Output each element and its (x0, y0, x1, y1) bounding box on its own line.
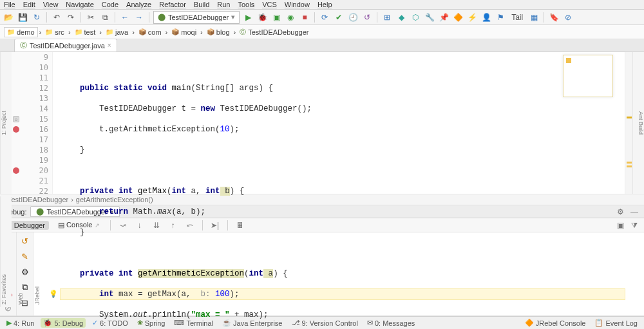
filter-icon[interactable]: ⧩ (629, 220, 640, 231)
copy-icon[interactable]: ⧉ (99, 12, 111, 23)
line-number-gutter[interactable]: 9 10 11 12 13 14 15 16 17 18 19 20 21 22 (21, 52, 53, 194)
tool-run[interactable]: ▶4: Run (4, 318, 37, 328)
cut-icon[interactable]: ✂ (85, 12, 97, 23)
tool-web[interactable]: Web (17, 199, 24, 305)
redo-icon[interactable]: ↷ (65, 12, 77, 23)
crumb-java[interactable]: 📁java (103, 28, 131, 37)
menu-view[interactable]: View (43, 1, 59, 8)
debug-icon[interactable]: 🐞 (256, 12, 268, 23)
breakpoint-icon[interactable] (13, 126, 19, 133)
menu-analyze[interactable]: Analyze (126, 1, 151, 8)
crumb-class[interactable]: ⒸTestIDEADebugger (237, 27, 311, 37)
tool-favorites[interactable]: 2: Favorites (1, 199, 7, 305)
grid-icon[interactable]: ▦ (528, 12, 540, 23)
left-tool-stripe[interactable]: 1: Project 7: Structure (0, 52, 12, 194)
minimize-icon[interactable]: — (629, 206, 640, 218)
code-area[interactable]: public static void main(String[] args) {… (53, 52, 625, 194)
code-minimap[interactable] (563, 55, 613, 97)
intention-bulb-icon[interactable]: 💡 (49, 289, 58, 299)
jrebel-icon[interactable]: 🔶 (452, 12, 464, 23)
run-config-label: TestIDEADebugger (168, 14, 229, 21)
wrench-icon[interactable]: 🔧 (424, 12, 435, 23)
tool-jrebel-side[interactable]: JRebel (34, 199, 41, 305)
bookmark-icon[interactable]: 🔖 (548, 12, 560, 23)
menu-build[interactable]: Build (194, 1, 209, 8)
commit-icon[interactable]: ✔ (333, 12, 345, 23)
tool-project[interactable]: 1: Project (1, 111, 7, 135)
main-toolbar: 📂 💾 ↻ ↶ ↷ ✂ ⧉ ← → ⬤ TestIDEADebugger ▾ ▶… (0, 10, 644, 25)
pin-icon[interactable]: 📌 (438, 12, 450, 23)
class-icon: Ⓒ (20, 41, 27, 50)
menu-vcs[interactable]: VCS (262, 1, 277, 8)
structure-icon[interactable]: ⊞ (381, 12, 393, 23)
profile-icon[interactable]: ◉ (285, 12, 296, 23)
menu-help[interactable]: Help (317, 1, 332, 8)
crumb-src[interactable]: 📁src (43, 28, 67, 37)
back-icon[interactable]: ← (119, 12, 131, 23)
run-icon[interactable]: ▶ (242, 12, 254, 23)
code-editor[interactable]: o 9 10 11 12 13 14 15 16 17 18 19 20 21 … (12, 52, 632, 194)
crumb-blog[interactable]: 📦blog (204, 28, 232, 37)
update-icon[interactable]: ⟳ (319, 12, 330, 23)
history-icon[interactable]: 🕘 (347, 12, 359, 23)
undo-icon[interactable]: ↶ (51, 12, 62, 23)
menu-run[interactable]: Run (217, 1, 230, 8)
revert-icon[interactable]: ↺ (361, 12, 373, 23)
menu-refactor[interactable]: Refactor (159, 1, 186, 8)
menu-bar: File Edit View Navigate Code Analyze Ref… (0, 0, 644, 10)
breakpoint-icon[interactable] (13, 167, 19, 174)
nav-breadcrumbs: 📁demo› 📁src› 📁test› 📁java› 📦com› 📦moqi› … (0, 25, 644, 39)
editor-split: 1: Project 7: Structure o 9 10 11 12 13 … (0, 52, 644, 194)
stop-icon[interactable]: ■ (299, 12, 310, 23)
crumb-test[interactable]: 📁test (72, 28, 99, 37)
crumb-moqi[interactable]: 📦moqi (169, 28, 199, 37)
agent-icon[interactable]: 👤 (480, 12, 492, 23)
editor-tabs: Ⓒ TestIDEADebugger.java × (0, 39, 644, 52)
editor-tab-label: TestIDEADebugger.java (30, 42, 105, 50)
cyan2-icon[interactable]: ⬡ (410, 12, 421, 23)
marker-column[interactable]: o (12, 52, 21, 194)
editor-tab[interactable]: Ⓒ TestIDEADebugger.java × (14, 39, 117, 52)
right-tool-stripe[interactable]: Ant Build Database Bean Validation Maven… (632, 52, 644, 194)
menu-navigate[interactable]: Navigate (66, 1, 93, 8)
save-all-icon[interactable]: 💾 (17, 12, 28, 23)
tail-label[interactable]: Tail (509, 12, 526, 23)
lightning-icon[interactable]: ⚡ (466, 12, 478, 23)
forbid-icon[interactable]: ⊘ (562, 12, 574, 23)
overview-ruler[interactable] (625, 52, 632, 194)
forward-icon[interactable]: → (133, 12, 145, 23)
tool-antbuild[interactable]: Ant Build (638, 111, 644, 135)
override-icon[interactable]: o (13, 116, 19, 122)
close-tab-icon[interactable]: × (108, 42, 111, 49)
sync-icon[interactable]: ↻ (31, 12, 43, 23)
menu-tools[interactable]: Tools (238, 1, 254, 8)
menu-code[interactable]: Code (102, 1, 118, 8)
run-config-selector[interactable]: ⬤ TestIDEADebugger ▾ (153, 11, 240, 24)
open-icon[interactable]: 📂 (3, 12, 14, 23)
cyan1-icon[interactable]: ◆ (395, 12, 407, 23)
crumb-com[interactable]: 📦com (136, 28, 164, 37)
flag-icon[interactable]: ⚑ (495, 12, 506, 23)
menu-file[interactable]: File (4, 1, 15, 8)
menu-edit[interactable]: Edit (23, 1, 35, 8)
crumb-demo[interactable]: 📁demo (4, 27, 38, 37)
coverage-icon[interactable]: ▣ (270, 12, 282, 23)
menu-window[interactable]: Window (285, 1, 310, 8)
